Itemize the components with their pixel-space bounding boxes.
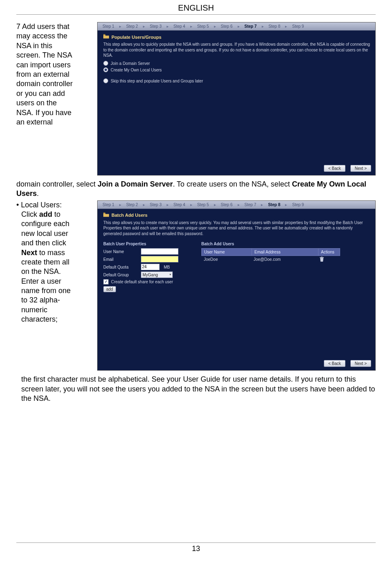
radio-create-local[interactable] (103, 67, 108, 72)
step7-instruction-left: Add users that may access the NSA in thi… (16, 22, 74, 127)
chevron-down-icon: ▾ (169, 273, 171, 277)
batch-user-properties-title: Batch User Properties (103, 241, 189, 247)
th-actions: Actions (318, 249, 340, 256)
wizard-step-bar: Step 1▸ Step 2▸ Step 3▸ Step 4▸ Step 5▸ … (98, 22, 375, 31)
step-3[interactable]: Step 3 (147, 202, 164, 207)
chevron-right-icon: ▸ (283, 202, 289, 207)
page-number: 13 (16, 542, 376, 553)
cell-email: Joe@Doe.com (251, 256, 317, 264)
wizard-step-bar: Step 1▸ Step 2▸ Step 3▸ Step 4▸ Step 5▸ … (98, 201, 375, 209)
folder-icon (103, 212, 109, 218)
step-9[interactable]: Step 9 (290, 202, 306, 207)
label-default-quota: Default Quota (103, 264, 138, 270)
section-title: Populate Users/Groups (111, 34, 161, 40)
chevron-right-icon: ▸ (236, 24, 241, 29)
chevron-right-icon: ▸ (236, 202, 241, 207)
wizard-step7-screenshot: Step 1▸ Step 2▸ Step 3▸ Step 4▸ Step 5▸ … (97, 22, 376, 176)
radio-label: Create My Own Local Users (111, 67, 162, 73)
default-group-select[interactable]: MyGang▾ (141, 271, 173, 278)
table-row: JoeDoe Joe@Doe.com (201, 256, 340, 264)
step-8[interactable]: Step 8 (265, 202, 283, 207)
users-table: User Name Email Address Actions JoeDoe J… (201, 248, 340, 264)
step-3[interactable]: Step 3 (147, 24, 164, 29)
next-button[interactable]: Next > (350, 360, 371, 367)
step-9[interactable]: Step 9 (290, 24, 306, 29)
chevron-right-icon: ▸ (118, 24, 123, 29)
chevron-right-icon: ▸ (165, 24, 170, 29)
back-button[interactable]: < Back (324, 165, 345, 172)
step-6[interactable]: Step 6 (218, 202, 235, 207)
chevron-right-icon: ▸ (259, 202, 265, 207)
chevron-right-icon: ▸ (260, 24, 265, 29)
add-button[interactable]: add (103, 286, 116, 292)
th-user-name: User Name (202, 249, 252, 256)
section-description: This step allows you to create many loca… (103, 220, 371, 237)
radio-label: Skip this step and populate Users and Gr… (111, 78, 203, 84)
checkbox-label: Create default share for each user (111, 279, 173, 284)
step-5[interactable]: Step 5 (195, 202, 212, 207)
step-5[interactable]: Step 5 (195, 24, 212, 29)
step-6[interactable]: Step 6 (218, 24, 235, 29)
chevron-right-icon: ▸ (189, 24, 194, 29)
chevron-right-icon: ▸ (283, 24, 289, 29)
step-2[interactable]: Step 2 (124, 202, 140, 207)
chevron-right-icon: ▸ (141, 24, 147, 29)
radio-join-domain[interactable] (103, 61, 108, 66)
section-title: Batch Add Users (111, 212, 147, 218)
step-7[interactable]: Step 7 (242, 24, 259, 29)
label-default-group: Default Group (103, 272, 138, 278)
step-7[interactable]: Step 7 (242, 202, 259, 207)
label-user-name: User Name (103, 249, 138, 254)
radio-label: Join a Domain Server (111, 61, 150, 66)
step-8[interactable]: Step 8 (266, 24, 283, 29)
section-description: This step allows you to quickly populate… (103, 42, 371, 58)
chevron-right-icon: ▸ (212, 24, 218, 29)
next-button[interactable]: Next > (350, 165, 371, 172)
step-2[interactable]: Step 2 (124, 24, 140, 29)
email-input[interactable] (141, 256, 178, 262)
radio-skip[interactable] (103, 78, 108, 83)
chevron-right-icon: ▸ (118, 202, 123, 207)
chevron-right-icon: ▸ (189, 202, 194, 207)
step7-instruction-tail: domain controller, select Join a Domain … (16, 180, 376, 199)
local-users-instruction-tail: the first character must be alphabetical… (16, 375, 376, 403)
cell-user-name: JoeDoe (201, 256, 251, 264)
step-4[interactable]: Step 4 (171, 24, 188, 29)
chevron-right-icon: ▸ (212, 202, 218, 207)
step-1[interactable]: Step 1 (100, 24, 117, 29)
delete-icon[interactable] (320, 257, 324, 263)
quota-unit: MB (164, 264, 170, 270)
create-default-share-checkbox[interactable]: ✓ (103, 279, 109, 284)
label-email: Email (103, 257, 138, 262)
batch-add-users-title: Batch Add Users (201, 241, 340, 247)
chevron-right-icon: ▸ (141, 202, 147, 207)
folder-icon (103, 34, 109, 40)
chevron-right-icon: ▸ (165, 202, 170, 207)
page-header: ENGLISH (16, 0, 376, 15)
th-email: Email Address (252, 249, 318, 256)
step-1[interactable]: Step 1 (100, 202, 117, 207)
local-users-instruction-left: Local Users: Click add to configure each… (21, 200, 78, 325)
default-quota-input[interactable]: 24 (141, 264, 160, 270)
back-button[interactable]: < Back (324, 360, 345, 367)
user-name-input[interactable] (141, 248, 178, 255)
step-4[interactable]: Step 4 (171, 202, 188, 207)
wizard-step8-screenshot: Step 1▸ Step 2▸ Step 3▸ Step 4▸ Step 5▸ … (97, 200, 376, 371)
